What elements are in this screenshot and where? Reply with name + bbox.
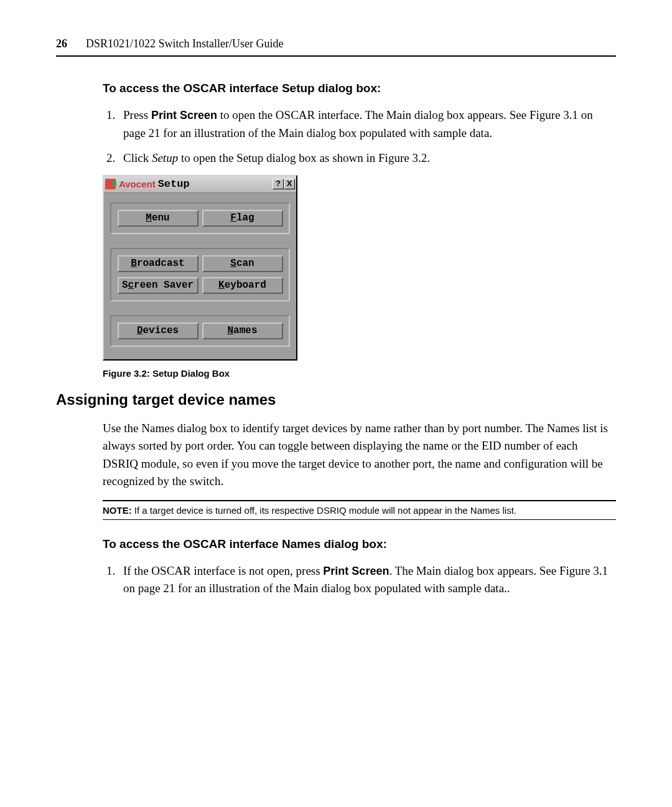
button-row: Broadcast Scan: [116, 255, 284, 272]
title-bar: Avocent Setup ? X: [104, 176, 296, 193]
main-section-heading: Assigning target device names: [56, 391, 616, 408]
step-1: If the OSCAR interface is not open, pres…: [118, 562, 616, 598]
brand-text: Avocent: [119, 179, 156, 189]
section-heading-names: To access the OSCAR interface Names dial…: [103, 537, 616, 551]
dialog-window: Avocent Setup ? X Menu Flag Broadcast Sc…: [103, 175, 297, 361]
page-header: 26 DSR1021/1022 Switch Installer/User Gu…: [56, 37, 616, 57]
button-row: Devices Names: [116, 323, 284, 339]
button-group-3: Devices Names: [110, 315, 290, 347]
button-group-2: Broadcast Scan Screen Saver Keyboard: [110, 248, 290, 301]
instruction-list-2: If the OSCAR interface is not open, pres…: [103, 562, 616, 598]
menu-button[interactable]: Menu: [118, 210, 198, 227]
broadcast-button[interactable]: Broadcast: [118, 255, 198, 272]
figure-caption: Figure 3.2: Setup Dialog Box: [103, 368, 616, 379]
setup-dialog-figure: Avocent Setup ? X Menu Flag Broadcast Sc…: [103, 175, 616, 361]
title-bar-buttons: ? X: [273, 179, 295, 189]
button-group-1: Menu Flag: [110, 202, 290, 234]
setup-italic: Setup: [152, 151, 178, 164]
names-button[interactable]: Names: [202, 323, 283, 339]
button-row: Menu Flag: [116, 210, 284, 227]
devices-button[interactable]: Devices: [118, 323, 198, 339]
dialog-title: Setup: [158, 178, 190, 190]
guide-title: DSR1021/1022 Switch Installer/User Guide: [86, 37, 283, 50]
note-text: If a target device is turned off, its re…: [132, 505, 516, 516]
avocent-logo-icon: [105, 179, 116, 189]
button-row: Screen Saver Keyboard: [116, 277, 284, 294]
close-button[interactable]: X: [284, 179, 295, 189]
print-screen-bold: Print Screen: [323, 565, 389, 577]
page-number: 26: [56, 37, 67, 50]
print-screen-bold: Print Screen: [151, 109, 217, 121]
help-button[interactable]: ?: [273, 179, 284, 189]
note-label: NOTE:: [103, 505, 132, 516]
instruction-list-1: Press Print Screen to open the OSCAR int…: [103, 106, 616, 168]
screen-saver-button[interactable]: Screen Saver: [118, 277, 198, 294]
step-2: Click Setup to open the Setup dialog box…: [118, 149, 616, 168]
section-heading-setup: To access the OSCAR interface Setup dial…: [103, 82, 616, 95]
body-paragraph: Use the Names dialog box to identify tar…: [103, 420, 616, 491]
dialog-body: Menu Flag Broadcast Scan Screen Saver Ke…: [104, 193, 296, 359]
flag-button[interactable]: Flag: [202, 210, 283, 227]
scan-button[interactable]: Scan: [202, 255, 283, 272]
keyboard-button[interactable]: Keyboard: [202, 277, 283, 294]
step-1: Press Print Screen to open the OSCAR int…: [118, 106, 616, 142]
note-block: NOTE: If a target device is turned off, …: [103, 500, 616, 520]
